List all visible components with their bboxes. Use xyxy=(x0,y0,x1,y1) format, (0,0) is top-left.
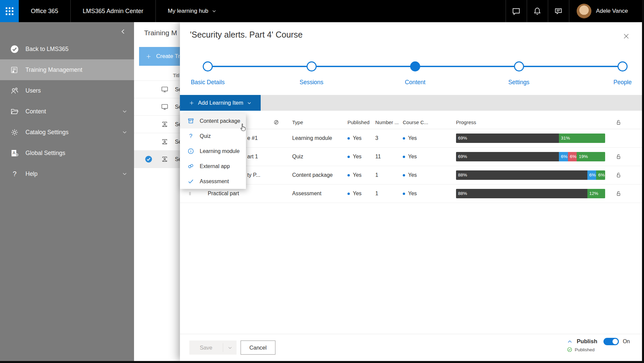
published-value: Yes xyxy=(347,172,375,178)
publish-status: Published xyxy=(567,347,630,352)
publish-collapse-button[interactable] xyxy=(567,339,573,345)
progress-bar: 88%6%6% xyxy=(456,170,605,180)
sidebar-menu: Back to LMS365 Training Management Users… xyxy=(0,39,134,184)
close-icon xyxy=(623,33,630,40)
global-icon: A xyxy=(10,149,25,158)
lms365-icon xyxy=(10,45,25,54)
learning-item-row: e #1 Learning module Yes 3 Yes 69%31% xyxy=(180,129,642,148)
number-value: 1 xyxy=(375,191,403,197)
publish-toggle[interactable] xyxy=(603,338,619,345)
lock-icon[interactable] xyxy=(615,172,622,178)
lock-icon[interactable] xyxy=(615,153,622,160)
modal-title: 'Security alerts. Part 4' Course xyxy=(190,30,303,40)
progress-segment: 88% xyxy=(456,189,587,198)
step-circle-content[interactable] xyxy=(410,61,420,71)
learning-item-title: Practical part xyxy=(208,191,273,197)
close-button[interactable] xyxy=(621,31,631,41)
progress-segment: 69% xyxy=(456,152,559,161)
sidebar-item-back-to-lms365[interactable]: Back to LMS365 xyxy=(0,39,134,59)
sidebar-item-global-settings[interactable]: A Global Settings xyxy=(0,143,134,163)
menu-item-label: Quiz xyxy=(200,133,211,139)
monitor-icon xyxy=(161,103,175,111)
published-value: Yes xyxy=(347,135,375,141)
sidebar-item-label: Content xyxy=(25,108,46,115)
learning-item-row: Practical part Assessment Yes 1 Yes 88%1… xyxy=(180,185,642,203)
sidebar-item-label: Users xyxy=(25,87,41,94)
menu-item-label: Content package xyxy=(200,118,240,124)
sidebar-collapse-button[interactable] xyxy=(119,27,128,36)
chat-icon xyxy=(512,7,521,16)
progress-bar: 69%6%6%19% xyxy=(456,152,605,161)
gear-icon xyxy=(10,128,25,137)
feedback-button[interactable] xyxy=(548,0,569,22)
published-value: Yes xyxy=(347,191,375,197)
lock-icon[interactable] xyxy=(615,190,622,197)
sidebar-item-label: Catalog Settings xyxy=(25,129,68,136)
chevron-down-icon xyxy=(122,171,127,176)
sidebar-item-catalog-settings[interactable]: Catalog Settings xyxy=(0,122,134,143)
step-circle-basic-details[interactable] xyxy=(203,61,213,71)
add-learning-item-button[interactable]: Add Learning Item xyxy=(180,95,261,111)
step-label-basic-details[interactable]: Basic Details xyxy=(191,79,224,86)
hub-menu-button[interactable]: My learning hub xyxy=(156,8,229,14)
person-icon xyxy=(161,155,175,163)
sidebar-item-training-management[interactable]: Training Management xyxy=(0,59,134,80)
cancel-button[interactable]: Cancel xyxy=(241,341,275,355)
sidebar-item-label: Back to LMS365 xyxy=(25,46,68,53)
svg-text:?: ? xyxy=(189,133,192,139)
monitor-icon xyxy=(161,86,175,93)
toggle-state-label: On xyxy=(623,339,630,345)
save-split-button[interactable]: Save xyxy=(189,341,237,355)
sidebar-item-help[interactable]: ? Help xyxy=(0,163,134,184)
chevron-down-icon xyxy=(247,101,252,105)
folder-icon xyxy=(10,107,25,116)
menu-item-external-app[interactable]: External app xyxy=(180,159,246,174)
menu-item-content-package[interactable]: Content package xyxy=(180,113,246,128)
sidebar-item-content[interactable]: Content xyxy=(0,101,134,122)
step-circle-sessions[interactable] xyxy=(307,61,317,71)
progress-segment: 6% xyxy=(587,170,596,180)
notifications-button[interactable] xyxy=(527,0,548,22)
progress-segment: 6% xyxy=(559,152,568,161)
training-icon xyxy=(10,66,25,74)
number-column-header: Number ... xyxy=(375,119,403,125)
progress-segment: 19% xyxy=(577,152,605,161)
status-dot xyxy=(347,174,350,176)
drag-handle-icon[interactable] xyxy=(187,190,208,197)
admin-center-link[interactable]: LMS365 Admin Center xyxy=(71,8,155,15)
chevron-left-icon xyxy=(120,28,127,35)
published-value: Yes xyxy=(347,154,375,160)
step-circle-people[interactable] xyxy=(618,61,628,71)
step-circle-settings[interactable] xyxy=(514,61,524,71)
waffle-icon xyxy=(6,7,13,15)
menu-item-assessment[interactable]: Assessment xyxy=(180,174,246,189)
app-launcher-button[interactable] xyxy=(0,0,19,22)
modal-footer: Save Cancel Publish On Published xyxy=(180,334,642,361)
save-button[interactable]: Save xyxy=(189,341,223,355)
office365-link[interactable]: Office 365 xyxy=(19,8,70,15)
sidebar-item-users[interactable]: Users xyxy=(0,80,134,101)
check-icon xyxy=(187,178,195,185)
step-label-settings[interactable]: Settings xyxy=(508,79,529,86)
save-options-button[interactable] xyxy=(223,341,237,355)
chat-button[interactable] xyxy=(506,0,527,22)
course-modal: 'Security alerts. Part 4' Course Basic D… xyxy=(180,22,642,361)
content-toolbar: Add Learning Item xyxy=(180,95,642,111)
type-column-header: Type xyxy=(292,119,347,125)
progress-segment: 12% xyxy=(587,189,605,198)
create-training-label: Create Tr xyxy=(156,53,180,60)
person-icon xyxy=(161,138,175,146)
bell-icon xyxy=(533,7,542,16)
progress-segment: 88% xyxy=(456,170,587,180)
menu-item-learning-module[interactable]: Learning module xyxy=(180,144,246,159)
menu-item-quiz[interactable]: ? Quiz xyxy=(180,128,246,144)
progress-bar: 69%31% xyxy=(456,134,605,143)
user-avatar[interactable] xyxy=(577,4,591,18)
user-name[interactable]: Adele Vance xyxy=(596,8,642,14)
step-label-sessions[interactable]: Sessions xyxy=(300,79,323,86)
sidebar-item-label: Training Management xyxy=(25,66,82,73)
step-label-people[interactable]: People xyxy=(614,79,632,86)
menu-item-label: Learning module xyxy=(200,148,240,154)
chevron-down-icon xyxy=(122,129,127,135)
step-label-content[interactable]: Content xyxy=(405,79,425,86)
